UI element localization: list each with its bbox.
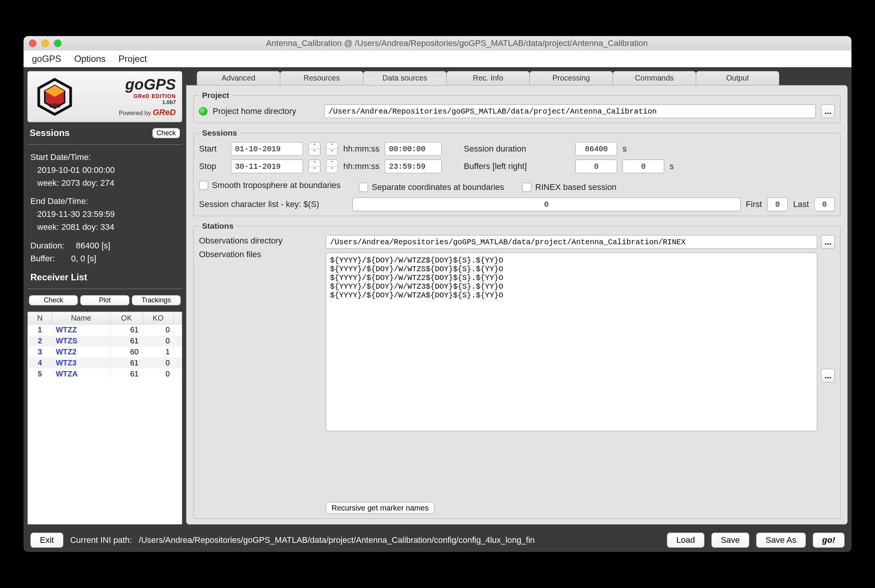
menu-gogps[interactable]: goGPS	[32, 54, 61, 64]
stop-time-input[interactable]	[385, 160, 442, 173]
stop-date-spinner[interactable]: ˄˅	[308, 160, 321, 173]
project-home-browse-button[interactable]: ...	[821, 104, 835, 118]
cell-name: WTZ2	[52, 346, 110, 357]
tab-commands[interactable]: Commands	[613, 71, 696, 85]
smooth-checkbox[interactable]	[199, 181, 208, 190]
cell-n: 3	[28, 346, 52, 357]
start-date-spinner[interactable]: ˄˅	[308, 142, 321, 156]
stop-date-spinner-2[interactable]: ˄˅	[326, 160, 338, 173]
start-week-value: week: 2073 doy: 274	[30, 177, 179, 190]
receiver-table[interactable]: N Name OK KO 1WTZZ6102WTZS6103WTZ26014WT…	[27, 311, 182, 525]
first-label: First	[746, 199, 762, 209]
logo-icon: GPS	[34, 78, 76, 116]
hms-label-2: hh:mm:ss	[343, 161, 379, 171]
col-n[interactable]: N	[28, 312, 52, 324]
cell-ok: 61	[111, 357, 143, 368]
save-button[interactable]: Save	[711, 533, 749, 548]
tab-rec-info[interactable]: Rec. Info	[446, 71, 530, 85]
buffer-right-input[interactable]	[622, 160, 664, 173]
table-row[interactable]: 1WTZZ610	[28, 324, 182, 335]
menu-options[interactable]: Options	[74, 54, 106, 64]
cell-n: 4	[28, 357, 52, 368]
footer: Exit Current INI path: /Users/Andrea/Rep…	[24, 528, 851, 552]
sclist-label: Session character list - key: $(S)	[199, 199, 347, 209]
sessions-check-button[interactable]: Check	[152, 128, 180, 138]
start-date-input[interactable]	[231, 142, 303, 156]
save-as-button[interactable]: Save As	[756, 533, 806, 548]
duration-label: Session duration	[464, 144, 570, 154]
cell-n: 1	[28, 324, 52, 335]
receiver-check-button[interactable]: Check	[29, 295, 78, 305]
logo-version: 1.0b7	[162, 99, 176, 105]
obsdir-input[interactable]	[326, 235, 817, 249]
data-sources-panel: Project Project home directory ... Sessi…	[186, 85, 848, 525]
cell-ok: 61	[111, 324, 143, 335]
sessions-fieldset: Sessions Start ˄˅ ˄˅ hh:mm:ss Session du…	[193, 128, 840, 216]
cell-name: WTZZ	[52, 324, 110, 335]
main-window: Antenna_Calibration @ /Users/Andrea/Repo…	[24, 36, 851, 552]
start-time-input[interactable]	[385, 142, 442, 156]
table-row[interactable]: 2WTZS610	[28, 335, 182, 346]
obsfiles-textarea[interactable]: ${YYYY}/${DOY}/W/WTZZ${DOY}${S}.${YY}O $…	[326, 253, 817, 431]
tab-bar: Advanced Resources Data sources Rec. Inf…	[186, 71, 848, 85]
cell-n: 2	[28, 335, 52, 346]
cell-ko: 0	[142, 357, 174, 368]
recursive-markers-button[interactable]: Recursive get marker names	[326, 502, 434, 514]
start-date-spinner-2[interactable]: ˄˅	[326, 142, 338, 156]
tab-processing[interactable]: Processing	[529, 71, 613, 85]
go-button[interactable]: go!	[813, 533, 845, 548]
window-controls	[29, 40, 62, 47]
tab-resources[interactable]: Resources	[280, 71, 363, 85]
cell-name: WTZ3	[52, 357, 110, 368]
end-date-label: End Date/Time:	[30, 195, 179, 208]
rinex-checkbox[interactable]	[522, 183, 531, 192]
col-ko[interactable]: KO	[142, 312, 174, 324]
smooth-label: Smooth troposphere at boundaries	[212, 180, 341, 190]
col-ok[interactable]: OK	[111, 312, 143, 324]
minimize-icon[interactable]	[41, 40, 49, 47]
start-date-label: Start Date/Time:	[30, 151, 179, 164]
tab-advanced[interactable]: Advanced	[197, 71, 280, 85]
last-input[interactable]	[814, 198, 835, 211]
table-row[interactable]: 4WTZ3610	[28, 357, 182, 368]
exit-button[interactable]: Exit	[30, 533, 63, 548]
table-row[interactable]: 5WTZA610	[28, 368, 182, 379]
hms-label: hh:mm:ss	[343, 144, 379, 154]
buffer-left-input[interactable]	[575, 160, 617, 173]
zoom-icon[interactable]	[54, 40, 62, 47]
obsfiles-browse-button[interactable]: ...	[821, 369, 835, 383]
first-input[interactable]	[767, 198, 788, 211]
session-info: Start Date/Time: 2019-10-01 00:00:00 wee…	[27, 151, 182, 265]
sclist-input[interactable]	[352, 198, 741, 211]
logo-name: goGPS	[125, 76, 176, 93]
tab-output[interactable]: Output	[696, 71, 779, 85]
divider	[27, 144, 182, 145]
close-icon[interactable]	[29, 40, 36, 47]
table-row[interactable]: 3WTZ2601	[28, 346, 182, 357]
receiver-trackings-button[interactable]: Trackings	[132, 295, 181, 305]
stop-date-input[interactable]	[231, 160, 303, 173]
window-title: Antenna_Calibration @ /Users/Andrea/Repo…	[68, 38, 846, 48]
cell-ko: 0	[142, 324, 174, 335]
separate-label: Separate coordinates at boundaries	[372, 182, 504, 192]
tab-data-sources[interactable]: Data sources	[363, 71, 447, 85]
stop-label: Stop	[199, 161, 226, 171]
status-icon	[199, 107, 207, 115]
end-date-value: 2019-11-30 23:59:59	[30, 208, 179, 221]
project-home-input[interactable]	[324, 104, 816, 118]
rinex-label: RINEX based session	[535, 182, 616, 192]
cell-ko: 0	[142, 368, 174, 379]
load-button[interactable]: Load	[667, 533, 704, 548]
separate-checkbox[interactable]	[359, 183, 368, 192]
duration-input[interactable]	[575, 142, 617, 156]
cell-name: WTZA	[52, 368, 110, 379]
last-label: Last	[793, 199, 809, 209]
col-name[interactable]: Name	[52, 312, 110, 324]
menu-project[interactable]: Project	[118, 54, 147, 64]
obsdir-browse-button[interactable]: ...	[821, 235, 835, 249]
divider	[27, 289, 182, 289]
receiver-plot-button[interactable]: Plot	[80, 295, 129, 305]
logo-text: goGPS GReD EDITION 1.0b7 Powered by GReD	[81, 76, 176, 117]
buffers-label: Buffers [left right]	[464, 161, 570, 171]
stations-fieldset: Stations Observations directory Observat…	[193, 221, 840, 519]
